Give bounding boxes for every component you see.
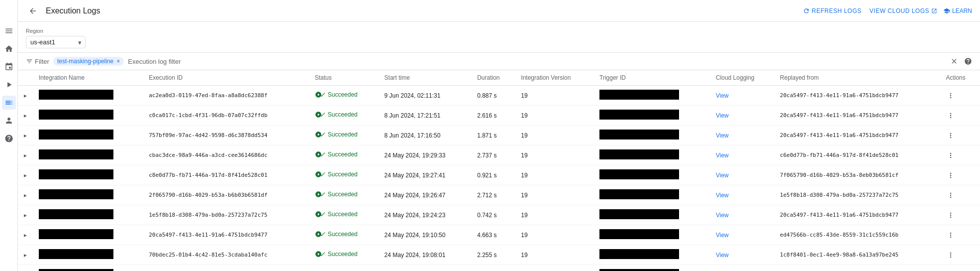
expand-icon[interactable]: ▸ bbox=[24, 212, 27, 219]
duration-cell: 0.887 s bbox=[471, 86, 515, 106]
cloud-logging-view-link[interactable]: View bbox=[716, 132, 729, 139]
col-integration-version: Integration Version bbox=[515, 70, 593, 86]
learn-button[interactable]: LEARN bbox=[943, 7, 972, 14]
actions-cell[interactable] bbox=[940, 185, 980, 205]
actions-cell[interactable] bbox=[940, 205, 980, 225]
cloud-logging-view-link[interactable]: View bbox=[716, 152, 729, 159]
status-badge: Succeeded bbox=[315, 251, 358, 258]
trigger-id-hidden bbox=[599, 269, 679, 271]
expand-icon[interactable]: ▸ bbox=[24, 192, 27, 199]
expand-cell[interactable]: ▸ bbox=[18, 126, 33, 145]
cloud-logging-view-link[interactable]: View bbox=[716, 92, 729, 99]
expand-icon[interactable]: ▸ bbox=[24, 112, 27, 119]
integration-name-cell bbox=[33, 225, 143, 245]
cloud-logging-cell[interactable]: View bbox=[710, 106, 774, 126]
actions-cell[interactable] bbox=[940, 126, 980, 145]
menu-icon[interactable] bbox=[2, 24, 16, 38]
cloud-logging-cell[interactable]: View bbox=[710, 265, 774, 271]
table-row: ▸ac2ea0d3-0119-47ed-8faa-a8a8dc62388f Su… bbox=[18, 86, 980, 106]
cloud-logging-cell[interactable]: View bbox=[710, 126, 774, 145]
cloud-logging-cell[interactable]: View bbox=[710, 205, 774, 225]
user-icon[interactable] bbox=[2, 114, 16, 128]
expand-icon[interactable]: ▸ bbox=[24, 232, 27, 239]
cloud-logging-view-link[interactable]: View bbox=[716, 112, 729, 119]
cloud-logging-cell[interactable]: View bbox=[710, 165, 774, 185]
duration-cell: 2.712 s bbox=[471, 185, 515, 205]
expand-icon[interactable]: ▸ bbox=[24, 132, 27, 139]
actions-menu-button[interactable] bbox=[946, 150, 956, 160]
expand-cell[interactable]: ▸ bbox=[18, 165, 33, 185]
col-duration: Duration bbox=[471, 70, 515, 86]
cloud-logging-cell[interactable]: View bbox=[710, 245, 774, 265]
back-button[interactable] bbox=[26, 4, 40, 18]
actions-cell[interactable] bbox=[940, 225, 980, 245]
cloud-logging-view-link[interactable]: View bbox=[716, 252, 729, 259]
view-cloud-logs-button[interactable]: VIEW CLOUD LOGS bbox=[870, 7, 937, 14]
actions-cell[interactable] bbox=[940, 145, 980, 165]
execution-id-cell: 70bdec25-01b4-4c42-81e5-3cdaba140afc bbox=[143, 245, 309, 265]
cloud-logging-view-link[interactable]: View bbox=[716, 212, 729, 219]
expand-icon[interactable]: ▸ bbox=[24, 252, 27, 259]
actions-menu-button[interactable] bbox=[946, 230, 956, 240]
actions-menu-button[interactable] bbox=[946, 111, 956, 121]
duration-cell: 2.616 s bbox=[471, 106, 515, 126]
cloud-logging-view-link[interactable]: View bbox=[716, 192, 729, 199]
integration-name-hidden bbox=[39, 90, 113, 100]
replayed-from-cell: 20ca5497-f413-4e11-91a6-4751bdcb9477 bbox=[774, 205, 940, 225]
expand-cell[interactable]: ▸ bbox=[18, 245, 33, 265]
integrations-icon[interactable] bbox=[2, 60, 16, 74]
expand-cell[interactable]: ▸ bbox=[18, 106, 33, 126]
cloud-logging-view-link[interactable]: View bbox=[716, 232, 729, 239]
table-row: ▸2f065790-d16b-4029-b53a-b6b03b6581df Su… bbox=[18, 185, 980, 205]
trigger-id-hidden bbox=[599, 110, 679, 120]
filter-close-button[interactable] bbox=[950, 57, 958, 65]
cloud-logging-view-link[interactable]: View bbox=[716, 172, 729, 179]
connectors-icon[interactable] bbox=[2, 78, 16, 92]
actions-cell[interactable] bbox=[940, 86, 980, 106]
expand-cell[interactable]: ▸ bbox=[18, 185, 33, 205]
filter-chip[interactable]: test-masking-pipeline × bbox=[53, 57, 124, 66]
actions-menu-button[interactable] bbox=[946, 250, 956, 260]
cloud-logging-cell[interactable]: View bbox=[710, 145, 774, 165]
expand-cell[interactable]: ▸ bbox=[18, 265, 33, 271]
table-row: ▸1810192c-ca60-4eb8-9c80-27d9a37c9243 Su… bbox=[18, 265, 980, 271]
actions-menu-button[interactable] bbox=[946, 190, 956, 200]
start-time-cell: 24 May 2024, 19:10:50 bbox=[379, 225, 472, 245]
integration-version-cell: 8 bbox=[515, 265, 593, 271]
expand-icon[interactable]: ▸ bbox=[24, 152, 27, 159]
actions-menu-button[interactable] bbox=[946, 91, 956, 101]
trigger-id-cell bbox=[593, 145, 710, 165]
actions-cell[interactable] bbox=[940, 265, 980, 271]
actions-cell[interactable] bbox=[940, 106, 980, 126]
expand-cell[interactable]: ▸ bbox=[18, 145, 33, 165]
cloud-logging-cell[interactable]: View bbox=[710, 185, 774, 205]
expand-icon[interactable]: ▸ bbox=[24, 92, 27, 99]
expand-cell[interactable]: ▸ bbox=[18, 86, 33, 106]
integration-name-hidden bbox=[39, 209, 113, 219]
actions-cell[interactable] bbox=[940, 165, 980, 185]
page-title: Execution Logs bbox=[46, 6, 797, 15]
actions-cell[interactable] bbox=[940, 245, 980, 265]
cloud-logging-cell[interactable]: View bbox=[710, 225, 774, 245]
logs-icon[interactable] bbox=[2, 96, 16, 110]
execution-logs-table: Integration Name Execution ID Status Sta… bbox=[18, 70, 980, 271]
col-expand bbox=[18, 70, 33, 86]
filter-chip-close[interactable]: × bbox=[116, 58, 120, 65]
refresh-logs-button[interactable]: REFRESH LOGS bbox=[803, 7, 862, 14]
home-icon[interactable] bbox=[2, 42, 16, 56]
trigger-id-hidden bbox=[599, 189, 679, 199]
integration-version-cell: 19 bbox=[515, 86, 593, 106]
actions-menu-button[interactable] bbox=[946, 170, 956, 180]
actions-menu-button[interactable] bbox=[946, 210, 956, 220]
cloud-logging-cell[interactable]: View bbox=[710, 86, 774, 106]
filter-bar: Filter test-masking-pipeline × Execution… bbox=[18, 53, 980, 70]
expand-cell[interactable]: ▸ bbox=[18, 225, 33, 245]
integration-name-cell bbox=[33, 245, 143, 265]
replayed-from-cell: 7f065790-d16b-4029-b53a-8eb03b6581cf bbox=[774, 165, 940, 185]
filter-help-button[interactable] bbox=[964, 57, 972, 65]
help-icon[interactable] bbox=[2, 132, 16, 145]
actions-menu-button[interactable] bbox=[946, 131, 956, 140]
region-select[interactable]: us-east1 us-central1 europe-west1 asia-e… bbox=[26, 36, 86, 48]
expand-cell[interactable]: ▸ bbox=[18, 205, 33, 225]
expand-icon[interactable]: ▸ bbox=[24, 172, 27, 179]
